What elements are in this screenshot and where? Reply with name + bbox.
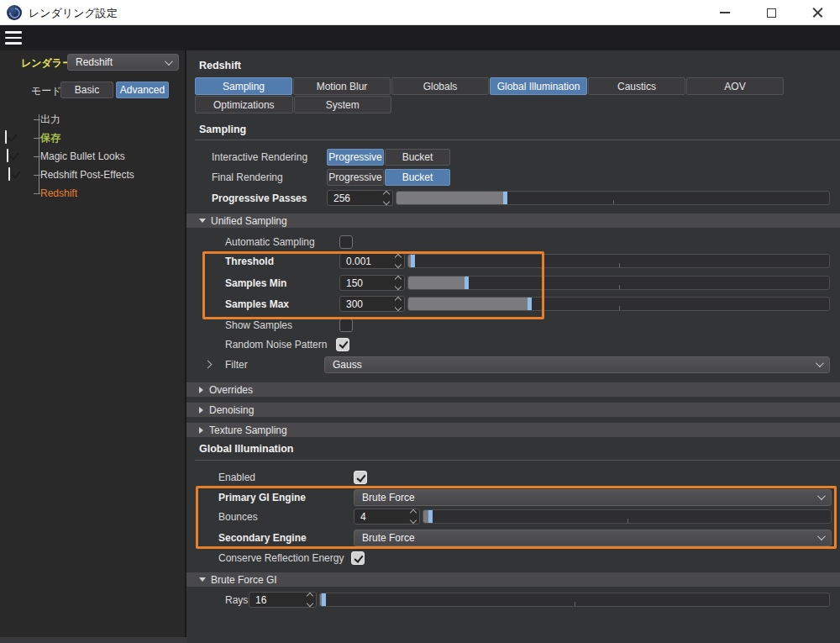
primary-gi-engine-label: Primary GI Engine: [218, 492, 354, 503]
sidebar-item-magic-bullet-looks[interactable]: Magic Bullet Looks: [40, 150, 125, 163]
tree-line: [34, 156, 40, 157]
sidebar-item-output[interactable]: 出力: [40, 113, 60, 126]
maximize-icon: [767, 8, 776, 18]
samples-max-label: Samples Max: [225, 298, 339, 310]
renderer-label: レンダラー: [21, 56, 72, 71]
sidebar-bottom-strip: [0, 637, 186, 643]
progressive-passes-slider[interactable]: [396, 191, 830, 205]
spinner-icon[interactable]: [396, 277, 401, 289]
final-rendering-row: Final Rendering Progressive Bucket: [186, 169, 840, 186]
random-noise-pattern-row: Random Noise Pattern: [186, 337, 840, 351]
spinner-icon[interactable]: [396, 298, 401, 310]
slider-tick: [613, 200, 614, 204]
slider-handle[interactable]: [503, 192, 507, 204]
primary-gi-engine-row: Primary GI Engine Brute Force: [186, 488, 840, 506]
tab-globals[interactable]: Globals: [391, 77, 489, 95]
interactive-rendering-label: Interactive Rendering: [212, 151, 327, 163]
bounces-label: Bounces: [218, 511, 354, 523]
bounces-input[interactable]: 4: [354, 509, 420, 524]
expand-arrow-icon: [199, 407, 203, 414]
sidebar-item-redshift-post-effects[interactable]: Redshift Post-Effects: [40, 168, 134, 182]
filter-dropdown[interactable]: Gauss: [324, 356, 830, 373]
enabled-label: Enabled: [218, 472, 354, 483]
samples-max-input[interactable]: 300: [339, 296, 405, 312]
tab-caustics[interactable]: Caustics: [588, 77, 685, 95]
rays-label: Rays: [225, 594, 249, 606]
tab-system[interactable]: System: [294, 96, 392, 113]
show-samples-row: Show Samples: [186, 318, 840, 332]
threshold-input[interactable]: 0.001: [339, 253, 405, 269]
enabled-checkbox[interactable]: [354, 471, 367, 484]
random-noise-pattern-checkbox[interactable]: [336, 338, 349, 351]
conserve-reflection-energy-checkbox[interactable]: [351, 551, 365, 565]
samples-min-label: Samples Min: [225, 277, 339, 289]
spinner-icon[interactable]: [307, 593, 312, 606]
mode-advanced-button[interactable]: Advanced: [116, 82, 169, 98]
separator: [195, 460, 840, 461]
interactive-progressive-button[interactable]: Progressive: [327, 149, 384, 166]
primary-gi-engine-dropdown[interactable]: Brute Force: [354, 489, 832, 506]
tab-motion-blur[interactable]: Motion Blur: [293, 77, 391, 95]
minimize-button[interactable]: [711, 0, 739, 25]
automatic-sampling-checkbox[interactable]: [339, 235, 353, 249]
sampling-section-header: Sampling: [199, 124, 246, 135]
tab-sampling[interactable]: Sampling: [195, 77, 292, 95]
global-illumination-section-header: Global Illumination: [199, 443, 294, 455]
tab-row-1: Sampling Motion Blur Globals Global Illu…: [195, 77, 785, 95]
expand-arrow-icon: [199, 387, 203, 393]
tab-aov[interactable]: AOV: [686, 77, 784, 95]
sidebar: レンダラー Redshift モード Basic Advanced 出力 保存 …: [0, 50, 186, 643]
interactive-rendering-row: Interactive Rendering Progressive Bucket: [186, 149, 840, 166]
slider-handle[interactable]: [411, 255, 415, 267]
threshold-slider[interactable]: [407, 254, 830, 268]
rays-slider[interactable]: [319, 593, 830, 607]
brute-force-gi-band[interactable]: Brute Force GI: [186, 572, 840, 587]
samples-max-row: Samples Max 300: [186, 296, 840, 312]
secondary-engine-row: Secondary Engine Brute Force: [186, 529, 840, 546]
texture-sampling-band[interactable]: Texture Sampling: [186, 423, 840, 437]
slider-handle[interactable]: [322, 593, 326, 606]
secondary-engine-dropdown[interactable]: Brute Force: [354, 530, 832, 546]
denoising-band[interactable]: Denoising: [186, 403, 840, 417]
progressive-passes-input[interactable]: 256: [327, 190, 393, 206]
cinema4d-logo-icon: [7, 5, 22, 20]
spinner-icon[interactable]: [411, 510, 416, 523]
overrides-band[interactable]: Overrides: [186, 382, 840, 397]
slider-handle[interactable]: [428, 510, 433, 523]
mode-basic-button[interactable]: Basic: [60, 82, 113, 98]
slider-handle[interactable]: [528, 298, 532, 310]
random-noise-pattern-label: Random Noise Pattern: [225, 339, 336, 350]
rays-row: Rays 16: [186, 592, 840, 608]
tree-checkbox-magic-bullet-looks[interactable]: [7, 149, 8, 162]
final-progressive-button[interactable]: Progressive: [327, 169, 384, 186]
renderer-dropdown[interactable]: Redshift: [67, 54, 179, 71]
rays-input[interactable]: 16: [249, 592, 317, 608]
chevron-down-icon: [817, 532, 826, 540]
samples-min-slider[interactable]: [407, 276, 830, 290]
close-button[interactable]: [803, 0, 832, 25]
hamburger-menu-icon[interactable]: [5, 31, 22, 45]
tree-checkbox-redshift-post-effects[interactable]: [8, 167, 10, 181]
tab-global-illumination[interactable]: Global Illumination: [490, 77, 587, 95]
slider-handle[interactable]: [465, 277, 469, 289]
unified-sampling-band[interactable]: Unified Sampling: [186, 213, 840, 228]
conserve-reflection-energy-label: Conserve Reflection Energy: [218, 552, 351, 564]
tab-optimizations[interactable]: Optimizations: [195, 96, 293, 113]
samples-max-slider[interactable]: [407, 297, 830, 311]
show-samples-checkbox[interactable]: [339, 319, 353, 332]
sidebar-item-redshift[interactable]: Redshift: [40, 187, 77, 200]
maximize-button[interactable]: [757, 0, 785, 25]
main-panel: Redshift Sampling Motion Blur Globals Gl…: [186, 50, 840, 643]
bounces-slider[interactable]: [423, 509, 832, 524]
titlebar: レンダリング設定: [0, 0, 840, 25]
samples-min-input[interactable]: 150: [339, 275, 405, 291]
spinner-icon[interactable]: [396, 255, 401, 267]
close-icon: [812, 8, 823, 18]
interactive-bucket-button[interactable]: Bucket: [385, 149, 450, 166]
expand-chevron-icon[interactable]: [204, 361, 213, 369]
tree-checkbox-save[interactable]: [5, 130, 7, 144]
samples-min-row: Samples Min 150: [186, 275, 840, 291]
spinner-icon[interactable]: [384, 192, 389, 204]
sidebar-item-save[interactable]: 保存: [40, 131, 60, 145]
final-bucket-button[interactable]: Bucket: [385, 169, 450, 186]
